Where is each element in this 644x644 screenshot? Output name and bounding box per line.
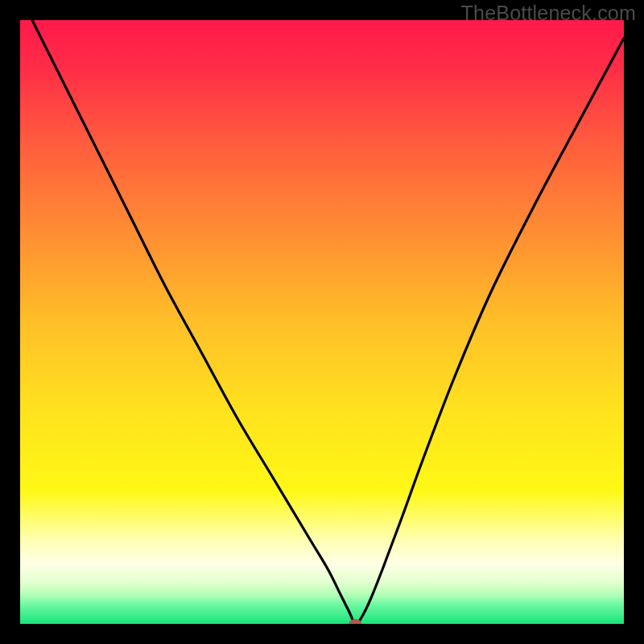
watermark-text: TheBottleneck.com [461, 2, 636, 25]
chart-frame: TheBottleneck.com [0, 0, 644, 644]
gradient-background [20, 20, 624, 624]
bottleneck-chart [20, 20, 624, 624]
plot-area [20, 20, 624, 624]
